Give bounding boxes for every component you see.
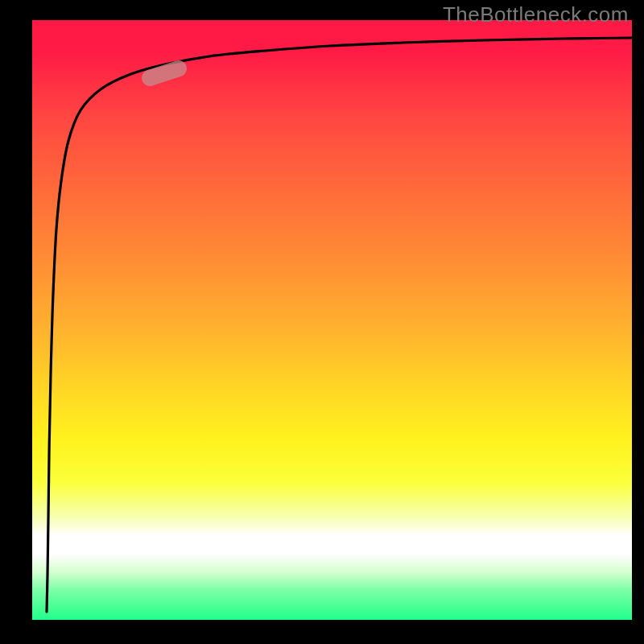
plot-area: TheBottleneck.com	[32, 20, 632, 620]
chart-stage: TheBottleneck.com	[0, 0, 644, 644]
curve-path	[47, 38, 632, 612]
curve-svg	[32, 20, 632, 620]
